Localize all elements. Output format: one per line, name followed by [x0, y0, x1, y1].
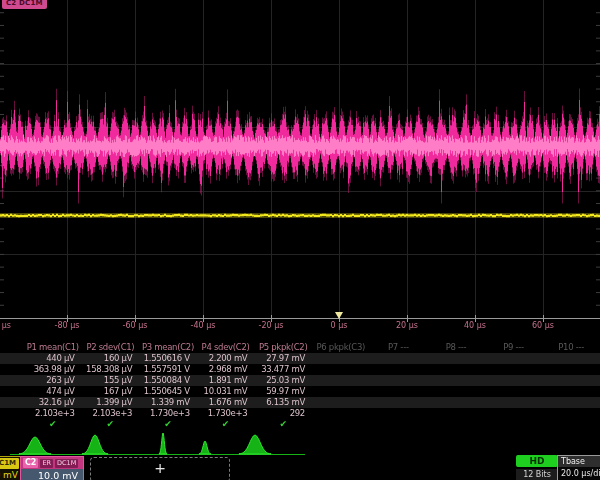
c1-scale-value: 10.0 mV: [0, 469, 21, 480]
time-tick-label: 40 µs: [464, 321, 486, 330]
param-header[interactable]: P8 ---: [427, 341, 485, 353]
measurement-cell: 32.16 µV: [24, 397, 82, 408]
c2-scale-value: 10.0 mV: [21, 469, 83, 480]
measurement-cell: 363.98 µV: [24, 364, 82, 375]
measurement-cell: [370, 386, 428, 397]
timebase-label: Tbase: [558, 456, 600, 467]
param-header[interactable]: P6 pkpk(C3): [312, 341, 370, 353]
oscilloscope-screen: C2 DC1M -100 µs-80 µs-60 µs-40 µs-20 µs0…: [0, 0, 600, 480]
adc-bits-label: 12 Bits: [516, 469, 558, 480]
measurement-cell: [427, 408, 485, 419]
measurement-cell: [485, 375, 543, 386]
plus-icon: +: [154, 460, 166, 476]
measurement-cell: 1.891 mV: [197, 375, 255, 386]
measurement-cell: 1.730e+3: [139, 408, 197, 419]
status-check-icon: [427, 419, 485, 430]
measurement-cell: [312, 353, 370, 364]
measurement-cell: [427, 364, 485, 375]
status-check-icon: ✔: [197, 419, 255, 430]
c2-coupling-badge: DC1M: [55, 459, 78, 468]
time-tick-label: -100 µs: [0, 321, 11, 330]
measurement-cell: 1.550616 V: [139, 353, 197, 364]
time-tick-label: 20 µs: [396, 321, 418, 330]
measurement-cell: 263 µV: [24, 375, 82, 386]
add-trace-button[interactable]: +: [90, 457, 230, 480]
measurement-cell: 1.550084 V: [139, 375, 197, 386]
measurement-cell: 2.103e+3: [82, 408, 140, 419]
measurement-cell: [542, 353, 600, 364]
measurement-cell: [427, 375, 485, 386]
time-tick-label: -60 µs: [123, 321, 148, 330]
hd-mode-badge[interactable]: HD: [516, 455, 558, 467]
measurement-table: P1 mean(C1)P2 sdev(C1)P3 mean(C2)P4 sdev…: [0, 341, 600, 430]
measurement-cell: 292: [254, 408, 312, 419]
measurement-cell: [542, 364, 600, 375]
measurement-cell: [485, 408, 543, 419]
time-tick-label: -40 µs: [191, 321, 216, 330]
param-header[interactable]: P4 sdev(C2): [197, 341, 255, 353]
measurement-cell: [370, 375, 428, 386]
measurement-cell: 6.135 mV: [254, 397, 312, 408]
measurement-cell: [542, 375, 600, 386]
measurement-cell: [427, 386, 485, 397]
param-header[interactable]: P3 mean(C2): [139, 341, 197, 353]
measurement-cell: 1.676 mV: [197, 397, 255, 408]
measurement-cell: [312, 408, 370, 419]
channel-descriptor-c2[interactable]: C2 ER DC1M 10.0 mV: [20, 456, 84, 480]
trace-label-text: C2 DC1M: [6, 0, 43, 7]
status-check-icon: [485, 419, 543, 430]
measurement-cell: [370, 408, 428, 419]
param-header[interactable]: P9 ---: [485, 341, 543, 353]
measurement-cell: 59.97 mV: [254, 386, 312, 397]
measurement-cell: [542, 408, 600, 419]
measurement-cell: 440 µV: [24, 353, 82, 364]
c2-eres-badge: ER: [40, 459, 53, 468]
measurement-cell: [312, 397, 370, 408]
measurement-cell: 155 µV: [82, 375, 140, 386]
param-header[interactable]: P7 ---: [370, 341, 428, 353]
measurement-cell: [370, 353, 428, 364]
param-header[interactable]: P2 sdev(C1): [82, 341, 140, 353]
measurement-cell: 160 µV: [82, 353, 140, 364]
measurement-cell: 474 µV: [24, 386, 82, 397]
measurement-cell: [485, 397, 543, 408]
measurement-cell: 2.200 mV: [197, 353, 255, 364]
status-check-icon: ✔: [254, 419, 312, 430]
measurement-cell: [312, 364, 370, 375]
measurement-cell: 2.103e+3: [24, 408, 82, 419]
measurement-cell: 1.557591 V: [139, 364, 197, 375]
status-check-icon: [542, 419, 600, 430]
timebase-box[interactable]: Tbase 20.0 µs/div: [557, 455, 600, 480]
param-header[interactable]: P1 mean(C1): [24, 341, 82, 353]
measurement-cell: [485, 353, 543, 364]
c2-title: C2: [23, 458, 38, 468]
status-check-icon: [312, 419, 370, 430]
measurement-cell: [370, 364, 428, 375]
c1-coupling-badge: DC1M: [0, 458, 19, 469]
status-check-icon: ✔: [139, 419, 197, 430]
timebase-value: 20.0 µs/div: [558, 467, 600, 480]
status-check-icon: ✔: [24, 419, 82, 430]
measurement-cell: 1.339 mV: [139, 397, 197, 408]
measurement-cell: [485, 386, 543, 397]
param-header[interactable]: P10 ---: [542, 341, 600, 353]
measurement-cell: 25.03 mV: [254, 375, 312, 386]
measurement-cell: 2.968 mV: [197, 364, 255, 375]
time-tick-label: -20 µs: [259, 321, 284, 330]
trigger-time-marker[interactable]: [335, 312, 343, 319]
measurement-cell: [542, 386, 600, 397]
measurement-cell: [485, 364, 543, 375]
time-tick-label: -80 µs: [55, 321, 80, 330]
measurement-cell: [542, 397, 600, 408]
measurement-cell: [312, 375, 370, 386]
measurement-cell: 167 µV: [82, 386, 140, 397]
time-tick-label: 60 µs: [532, 321, 554, 330]
measurement-cell: [427, 353, 485, 364]
channel-descriptor-c1[interactable]: DC1M 10.0 mV: [0, 456, 22, 480]
measurement-cell: 158.308 µV: [82, 364, 140, 375]
measurement-cell: 27.97 mV: [254, 353, 312, 364]
param-header[interactable]: P5 pkpk(C2): [254, 341, 312, 353]
measurement-cell: 1.399 µV: [82, 397, 140, 408]
measurement-cell: 10.031 mV: [197, 386, 255, 397]
status-check-icon: [370, 419, 428, 430]
